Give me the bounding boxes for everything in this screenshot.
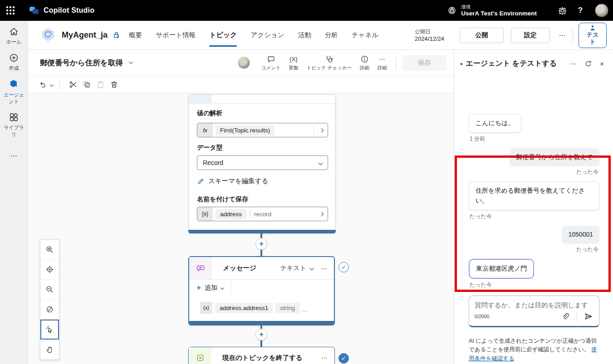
details-more-button[interactable]: ⋯ 詳細 (373, 53, 391, 73)
variables-button[interactable]: {X} 変数 (285, 53, 303, 73)
cursor-icon (45, 325, 54, 334)
bot-message: 住所を求める郵便番号を教えてください。 (469, 181, 599, 210)
undo-icon (39, 81, 47, 89)
insert-node-button[interactable]: + (255, 329, 267, 340)
sidebar-item-create[interactable]: 作成 (0, 53, 28, 72)
pan-tool-button[interactable] (40, 340, 59, 359)
formula-chip[interactable]: First(Topic.results) (216, 125, 275, 136)
sidebar-item-library[interactable]: ライブラリ (0, 112, 28, 138)
variable-open-button[interactable] (315, 213, 328, 216)
add-content-button[interactable]: + 追加 (196, 283, 224, 292)
edit-toolbar (28, 76, 454, 93)
chip-variable-icon[interactable]: {x} (200, 302, 212, 314)
end-node-check-badge: ✓ (338, 353, 349, 364)
insert-node-button[interactable]: + (255, 238, 267, 250)
select-tool-button[interactable] (40, 320, 59, 340)
message-timestamp: たった今 (470, 213, 492, 220)
chat-input[interactable] (475, 300, 593, 311)
waffle-menu-icon[interactable] (0, 0, 21, 21)
topic-checker-button[interactable]: トピック チェッカー (303, 53, 356, 73)
message-node-more-button[interactable]: ⋯ (321, 265, 328, 272)
tab-topics[interactable]: トピック (209, 21, 237, 50)
reset-view-button[interactable] (40, 300, 59, 320)
settings-gear-icon[interactable] (553, 0, 571, 21)
help-icon[interactable]: ? (571, 0, 589, 21)
send-button[interactable] (582, 310, 595, 323)
delete-button[interactable] (107, 78, 121, 92)
publish-button[interactable]: 公開 (460, 28, 504, 43)
scissors-icon (69, 80, 78, 89)
close-panel-button[interactable]: × (600, 60, 604, 67)
zoom-out-icon (45, 285, 54, 294)
message-content-row: {x} address.address1 string ... (189, 296, 334, 314)
user-avatar[interactable] (595, 4, 608, 17)
test-button[interactable]: テスト (579, 23, 607, 48)
authoring-canvas[interactable]: 値の解析 fx First(Topic.results) データ型 Record… (28, 93, 454, 364)
datatype-label: データ型 (197, 144, 223, 152)
end-topic-node[interactable]: 現在のトピックを終了する ⋯ (188, 347, 335, 364)
tab-activity[interactable]: 活動 (298, 21, 311, 50)
tab-analytics[interactable]: 分析 (325, 21, 338, 50)
header-more-button[interactable]: ⋯ (554, 28, 570, 43)
center-canvas-button[interactable] (40, 260, 59, 280)
sidebar-item-home[interactable]: ホーム (0, 26, 28, 45)
datatype-select[interactable]: Record (197, 155, 328, 170)
tab-support-info[interactable]: サポート情報 (156, 21, 196, 50)
trash-icon (110, 80, 118, 89)
environment-picker[interactable]: 環境 UserA Test's Environment (447, 4, 537, 17)
cut-button[interactable] (66, 78, 80, 92)
zoom-in-button[interactable] (40, 240, 59, 260)
end-topic-title: 現在のトピックを終了する (222, 354, 303, 362)
message-variable-chip[interactable]: address.address1 (215, 303, 273, 313)
end-node-more-button[interactable]: ⋯ (321, 354, 328, 361)
variable-field[interactable]: {x} address record (197, 207, 328, 221)
message-timestamp: たった今 (470, 281, 492, 289)
message-mode-dropdown[interactable]: テキスト (280, 264, 314, 272)
save-button[interactable]: 保存 (402, 55, 446, 71)
target-icon (45, 265, 54, 274)
mode-chevron-icon (310, 266, 314, 271)
save-divider (396, 56, 396, 70)
settings-button[interactable]: 設定 (511, 28, 550, 43)
message-node-header: メッセージ テキスト ⋯ (189, 257, 334, 280)
tab-actions[interactable]: アクション (250, 21, 284, 50)
sidebar-item-agents[interactable]: エージェント (0, 79, 28, 105)
comments-button[interactable]: コメント (257, 53, 285, 73)
paperclip-icon (561, 312, 569, 320)
zoom-out-button[interactable] (40, 280, 59, 300)
chat-composer: 0/2000 (469, 296, 599, 327)
header-divider (573, 29, 573, 42)
permissions-lock-icon[interactable] (112, 31, 121, 39)
toolbar-divider (59, 80, 60, 89)
copy-button[interactable] (80, 78, 93, 92)
topic-workspace: 郵便番号から住所を取得 コメント {X} 変数 トピック チェッカー 詳細 ⋯ (28, 50, 454, 364)
attach-button[interactable] (559, 310, 572, 323)
plus-circle-icon (9, 53, 19, 63)
variable-name-chip[interactable]: address (216, 209, 246, 219)
test-agent-panel: ▸ エージェント をテストする ⋯ × こんにちは。 1 分前 郵便番号から住所… (454, 50, 613, 364)
home-icon (9, 26, 19, 37)
node-bottom-bar (189, 321, 334, 325)
paste-button[interactable] (93, 78, 107, 92)
send-icon (584, 312, 593, 321)
tab-overview[interactable]: 概要 (129, 21, 142, 50)
rail-more-icon[interactable]: ⋯ (10, 151, 18, 160)
message-node[interactable]: メッセージ テキスト ⋯ + 追加 {x} address.address1 s… (188, 256, 335, 325)
stethoscope-icon (325, 55, 333, 63)
agent-name: MyAgent_ja (62, 30, 108, 40)
panel-caret-icon[interactable]: ▸ (461, 61, 463, 67)
tab-channels[interactable]: チャネル (352, 21, 378, 50)
message-node-icon-cell (189, 257, 212, 279)
details-info-button[interactable]: 詳細 (356, 53, 373, 73)
published-date: 2024/12/24 (415, 35, 444, 42)
test-panel-more-button[interactable]: ⋯ (570, 60, 577, 68)
formula-field[interactable]: fx First(Topic.results) (197, 123, 328, 137)
parse-value-node[interactable]: 値の解析 fx First(Topic.results) データ型 Record… (188, 94, 336, 233)
refresh-icon (584, 60, 592, 68)
undo-button[interactable] (39, 81, 53, 89)
topic-title-chevron-icon[interactable] (128, 60, 133, 64)
refresh-button[interactable] (584, 60, 592, 68)
formula-open-button[interactable] (315, 129, 328, 132)
pencil-icon (197, 178, 204, 185)
edit-schema-link[interactable]: スキーマを編集する (197, 177, 269, 185)
